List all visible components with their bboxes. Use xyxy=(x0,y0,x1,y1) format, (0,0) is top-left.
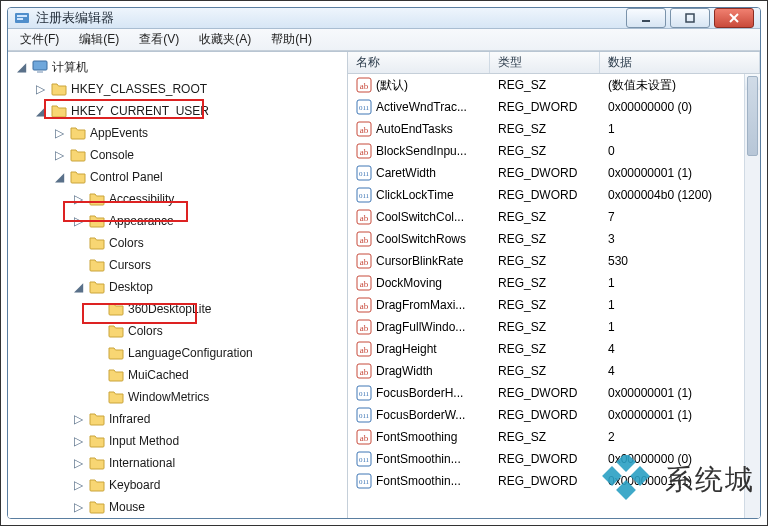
tree-pane[interactable]: ◢ 计算机 ▷HKEY_CLASSES_ROOT ◢HKEY_CURRENT_U… xyxy=(8,52,348,519)
value-row[interactable]: abCoolSwitchCol...REG_SZ7 xyxy=(348,206,760,228)
string-value-icon: ab xyxy=(356,143,372,159)
expander-icon[interactable]: ◢ xyxy=(52,170,66,184)
tree-accessibility[interactable]: ▷Accessibility xyxy=(71,188,347,210)
menu-edit[interactable]: 编辑(E) xyxy=(71,29,127,50)
value-data: 0x00000000 (0) xyxy=(600,452,760,466)
value-row[interactable]: ab(默认)REG_SZ(数值未设置) xyxy=(348,74,760,96)
value-row[interactable]: 011ClickLockTimeREG_DWORD0x000004b0 (120… xyxy=(348,184,760,206)
expander-icon[interactable]: ▷ xyxy=(71,434,85,448)
tree-control-panel[interactable]: ◢Control Panel xyxy=(52,166,347,188)
value-row[interactable]: 011FontSmoothin...REG_DWORD0x00000001 (1… xyxy=(348,470,760,492)
string-value-icon: ab xyxy=(356,363,372,379)
expander-icon[interactable]: ▷ xyxy=(71,214,85,228)
value-name: FontSmoothin... xyxy=(376,474,461,488)
svg-rect-8 xyxy=(37,71,43,73)
expander-icon[interactable]: ▷ xyxy=(71,192,85,206)
expander-icon[interactable]: ▷ xyxy=(52,148,66,162)
menu-view[interactable]: 查看(V) xyxy=(131,29,187,50)
minimize-button[interactable] xyxy=(626,8,666,28)
folder-icon xyxy=(51,81,67,97)
value-data: 1 xyxy=(600,122,760,136)
maximize-button[interactable] xyxy=(670,8,710,28)
tree-muicached[interactable]: ▷MuiCached xyxy=(90,364,347,386)
value-type: REG_SZ xyxy=(490,122,600,136)
tree-console[interactable]: ▷Console xyxy=(52,144,347,166)
svg-text:ab: ab xyxy=(360,125,369,135)
value-row[interactable]: abDockMovingREG_SZ1 xyxy=(348,272,760,294)
expander-icon[interactable]: ◢ xyxy=(14,60,28,74)
folder-icon xyxy=(89,257,105,273)
titlebar[interactable]: 注册表编辑器 xyxy=(8,8,760,29)
svg-text:011: 011 xyxy=(359,478,370,486)
expander-icon[interactable]: ▷ xyxy=(71,456,85,470)
value-row[interactable]: abDragHeightREG_SZ4 xyxy=(348,338,760,360)
value-row[interactable]: abFontSmoothingREG_SZ2 xyxy=(348,426,760,448)
column-data[interactable]: 数据 xyxy=(600,52,760,73)
folder-icon xyxy=(70,147,86,163)
tree-hkcu[interactable]: ◢HKEY_CURRENT_USER xyxy=(33,100,347,122)
tree-desktop-colors[interactable]: ▷Colors xyxy=(90,320,347,342)
value-data: 0x000004b0 (1200) xyxy=(600,188,760,202)
value-row[interactable]: 011FocusBorderH...REG_DWORD0x00000001 (1… xyxy=(348,382,760,404)
vertical-scrollbar[interactable]: ▴ ▾ xyxy=(744,74,760,519)
tree-colors[interactable]: ▷Colors xyxy=(71,232,347,254)
value-row[interactable]: abCursorBlinkRateREG_SZ530 xyxy=(348,250,760,272)
tree-appearance[interactable]: ▷Appearance xyxy=(71,210,347,232)
expander-icon[interactable]: ▷ xyxy=(33,82,47,96)
tree-360desktoplite[interactable]: ▷360DesktopLite xyxy=(90,298,347,320)
registry-editor-window: 注册表编辑器 文件(F) 编辑(E) 查看(V) 收藏夹(A) 帮助(H) ◢ xyxy=(7,7,761,519)
value-row[interactable]: 011CaretWidthREG_DWORD0x00000001 (1) xyxy=(348,162,760,184)
tree-personalization[interactable]: ▷Personalization xyxy=(71,518,347,519)
tree-hkcr[interactable]: ▷HKEY_CLASSES_ROOT xyxy=(33,78,347,100)
value-type: REG_SZ xyxy=(490,298,600,312)
value-row[interactable]: 011ActiveWndTrac...REG_DWORD0x00000000 (… xyxy=(348,96,760,118)
menu-favorites[interactable]: 收藏夹(A) xyxy=(191,29,259,50)
value-row[interactable]: 011FocusBorderW...REG_DWORD0x00000001 (1… xyxy=(348,404,760,426)
column-type[interactable]: 类型 xyxy=(490,52,600,73)
expander-icon[interactable]: ▷ xyxy=(71,500,85,514)
value-row[interactable]: abDragFullWindo...REG_SZ1 xyxy=(348,316,760,338)
value-row[interactable]: abDragFromMaxi...REG_SZ1 xyxy=(348,294,760,316)
value-name: FocusBorderH... xyxy=(376,386,463,400)
folder-icon xyxy=(89,279,105,295)
value-type: REG_DWORD xyxy=(490,188,600,202)
value-row[interactable]: abCoolSwitchRowsREG_SZ3 xyxy=(348,228,760,250)
tree-input-method[interactable]: ▷Input Method xyxy=(71,430,347,452)
svg-text:ab: ab xyxy=(360,433,369,443)
tree-infrared[interactable]: ▷Infrared xyxy=(71,408,347,430)
value-data: 4 xyxy=(600,342,760,356)
svg-text:ab: ab xyxy=(360,323,369,333)
value-row[interactable]: abDragWidthREG_SZ4 xyxy=(348,360,760,382)
tree-languageconfig[interactable]: ▷LanguageConfiguration xyxy=(90,342,347,364)
tree-windowmetrics[interactable]: ▷WindowMetrics xyxy=(90,386,347,408)
tree-cursors[interactable]: ▷Cursors xyxy=(71,254,347,276)
expander-icon[interactable]: ▷ xyxy=(52,126,66,140)
folder-icon xyxy=(89,213,105,229)
string-value-icon: ab xyxy=(356,77,372,93)
tree-mouse[interactable]: ▷Mouse xyxy=(71,496,347,518)
value-row[interactable]: abAutoEndTasksREG_SZ1 xyxy=(348,118,760,140)
scroll-thumb[interactable] xyxy=(747,76,758,156)
value-name: DragWidth xyxy=(376,364,433,378)
tree-desktop[interactable]: ◢Desktop xyxy=(71,276,347,298)
expander-icon[interactable]: ◢ xyxy=(71,280,85,294)
expander-icon[interactable]: ◢ xyxy=(33,104,47,118)
tree-root[interactable]: ◢ 计算机 xyxy=(14,56,347,78)
value-row[interactable]: 011FontSmoothin...REG_DWORD0x00000000 (0… xyxy=(348,448,760,470)
list-body[interactable]: ab(默认)REG_SZ(数值未设置)011ActiveWndTrac...RE… xyxy=(348,74,760,519)
value-data: 7 xyxy=(600,210,760,224)
expander-icon[interactable]: ▷ xyxy=(71,412,85,426)
expander-icon[interactable]: ▷ xyxy=(71,478,85,492)
value-type: REG_DWORD xyxy=(490,166,600,180)
tree-keyboard[interactable]: ▷Keyboard xyxy=(71,474,347,496)
menu-file[interactable]: 文件(F) xyxy=(12,29,67,50)
value-data: 1 xyxy=(600,276,760,290)
value-type: REG_SZ xyxy=(490,364,600,378)
tree-appevents[interactable]: ▷AppEvents xyxy=(52,122,347,144)
value-row[interactable]: abBlockSendInpu...REG_SZ0 xyxy=(348,140,760,162)
value-data: 1 xyxy=(600,320,760,334)
column-name[interactable]: 名称 xyxy=(348,52,490,73)
menu-help[interactable]: 帮助(H) xyxy=(263,29,320,50)
tree-international[interactable]: ▷International xyxy=(71,452,347,474)
close-button[interactable] xyxy=(714,8,754,28)
